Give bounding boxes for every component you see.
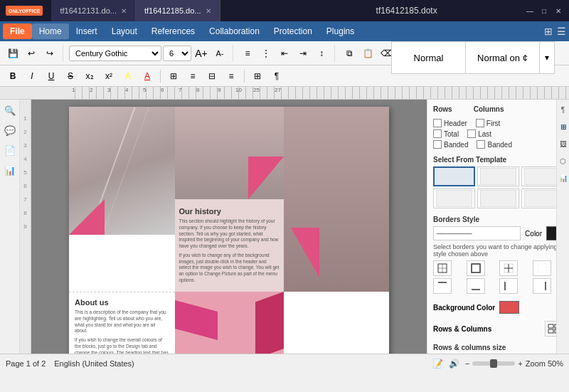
menu-collaboration[interactable]: Collaboration [202, 23, 267, 39]
font-size-select[interactable]: 6 [163, 46, 191, 61]
nonprinting-button[interactable]: ¶ [268, 68, 285, 85]
sidebar-search-icon[interactable]: 🔍 [2, 102, 18, 118]
font-color-button[interactable]: A [139, 68, 156, 85]
menu-protection[interactable]: Protection [267, 23, 319, 39]
superscript-button[interactable]: x² [100, 68, 117, 85]
maximize-button[interactable]: □ [539, 6, 549, 16]
close-button[interactable]: ✕ [553, 6, 563, 16]
zoom-in-button[interactable]: + [518, 359, 522, 368]
copy-button[interactable]: ⧉ [341, 45, 358, 62]
save-button[interactable]: 💾 [4, 45, 21, 62]
table-icon[interactable]: ⊞ [558, 121, 569, 132]
border-all-button[interactable] [433, 260, 452, 276]
zoom-slider[interactable] [472, 361, 515, 366]
image-icon[interactable]: 🖼 [558, 138, 569, 149]
spell-check-icon[interactable]: 📝 [432, 359, 443, 369]
align-right-button[interactable]: ⊟ [203, 68, 220, 85]
lineheight-button[interactable]: ↕ [313, 45, 330, 62]
border-top-button[interactable] [433, 278, 452, 294]
tab-2[interactable]: tf16412185.do... ✕ [136, 0, 220, 21]
cb-header-box[interactable] [433, 119, 442, 127]
border-right-button[interactable] [533, 278, 551, 294]
sidebar-chart-icon[interactable]: 📊 [2, 162, 18, 178]
minimize-button[interactable]: — [525, 6, 535, 16]
menu-references[interactable]: References [144, 23, 202, 39]
cb-last[interactable]: Last [467, 129, 491, 138]
paragraph-icon[interactable]: ¶ [558, 104, 569, 115]
decrease-indent-button[interactable]: ⇤ [276, 45, 293, 62]
italic-button[interactable]: I [23, 68, 41, 85]
checkbox-row-2: Total Last [433, 129, 563, 138]
font-group: Century Gothic 6 A+ A- [69, 45, 233, 62]
bold-button[interactable]: B [4, 68, 21, 85]
cb-banded-rows-box[interactable] [433, 140, 442, 149]
tab-2-close[interactable]: ✕ [206, 7, 211, 15]
bullet-list-button[interactable]: ≡ [239, 45, 256, 62]
increase-indent-button[interactable]: ⇥ [294, 45, 312, 62]
bg-color-section: Background Color [433, 301, 563, 314]
cb-first-box[interactable] [476, 119, 484, 127]
borders-style-row: ─────── Color [433, 226, 563, 240]
bg-color-swatch[interactable] [499, 301, 519, 314]
font-name-select[interactable]: Century Gothic [69, 46, 161, 61]
status-bar-right: 📝 🔊 − + Zoom 50% [432, 359, 563, 369]
cb-first[interactable]: First [476, 119, 500, 127]
align-left-button[interactable]: ⊞ [165, 68, 182, 85]
menu-insert[interactable]: Insert [69, 23, 105, 39]
sidebar-comment-icon[interactable]: 💬 [2, 122, 18, 138]
border-none-button[interactable] [533, 260, 551, 276]
sidebar-navigate-icon[interactable]: 📄 [2, 142, 18, 158]
menu-layout[interactable]: Layout [105, 23, 144, 39]
zoom-thumb[interactable] [490, 359, 497, 368]
font-size-increase-button[interactable]: A+ [193, 45, 210, 62]
zoom-out-button[interactable]: − [465, 359, 469, 368]
redo-button[interactable]: ↪ [41, 45, 58, 62]
tab-1[interactable]: tf16412131.do... ✕ [51, 0, 136, 21]
template-cell-1[interactable] [433, 166, 475, 186]
status-bar: Page 1 of 2 English (United States) 📝 🔊 … [0, 354, 569, 372]
paste-button[interactable]: 📋 [359, 45, 376, 62]
layout-icon[interactable]: ⊞ [543, 26, 553, 36]
border-line-select[interactable]: ─────── [433, 226, 521, 240]
cb-header[interactable]: Header [433, 119, 467, 127]
insert-table-button[interactable]: ⊞ [249, 68, 266, 85]
brochure-panel-mid: Our history This section should highligh… [175, 107, 284, 292]
align-center-button[interactable]: ≡ [184, 68, 201, 85]
undo-button[interactable]: ↩ [23, 45, 40, 62]
menu-icon[interactable]: ☰ [556, 26, 566, 36]
align-justify-button[interactable]: ≡ [223, 68, 240, 85]
template-cell-5[interactable] [477, 189, 519, 208]
subscript-button[interactable]: x₂ [81, 68, 98, 85]
chart-icon[interactable]: 📊 [558, 172, 569, 184]
border-bottom-button[interactable] [467, 278, 485, 294]
style-normal-on[interactable]: Normal on ¢ [466, 42, 540, 73]
style-dropdown-button[interactable]: ▾ [540, 42, 554, 73]
tab-1-close[interactable]: ✕ [121, 7, 127, 15]
cb-banded-cols[interactable]: Banded [477, 140, 511, 149]
border-outer-button[interactable] [467, 260, 485, 276]
cb-banded-cols-box[interactable] [477, 140, 485, 149]
rows-cols-actions-label: Rows & Columns [433, 325, 491, 333]
menu-plugins[interactable]: Plugins [319, 23, 361, 39]
font-size-decrease-button[interactable]: A- [211, 45, 228, 62]
bg-color-label: Background Color [433, 304, 495, 312]
borders-section: Borders Style ─────── Color Select borde… [433, 216, 563, 294]
cb-total-box[interactable] [433, 129, 442, 138]
underline-button[interactable]: U [43, 68, 60, 85]
menu-home[interactable]: Home [32, 23, 69, 39]
numbered-list-button[interactable]: ⋮ [257, 45, 275, 62]
strikethrough-button[interactable]: S [62, 68, 79, 85]
template-cell-4[interactable] [433, 189, 475, 208]
undo-redo-group: 💾 ↩ ↪ [4, 45, 63, 62]
border-left-button[interactable] [499, 278, 518, 294]
template-cell-2[interactable] [477, 166, 519, 186]
border-inner-button[interactable] [499, 260, 518, 276]
cb-total[interactable]: Total [433, 129, 459, 138]
track-changes-icon[interactable]: 🔊 [449, 359, 459, 369]
style-normal[interactable]: Normal [392, 42, 466, 73]
cb-last-box[interactable] [467, 129, 476, 138]
shape-icon[interactable]: ⬡ [558, 155, 569, 166]
menu-file[interactable]: File [3, 23, 32, 39]
cb-banded-rows[interactable]: Banded [433, 140, 468, 149]
font-highlight-button[interactable]: A [119, 68, 137, 85]
